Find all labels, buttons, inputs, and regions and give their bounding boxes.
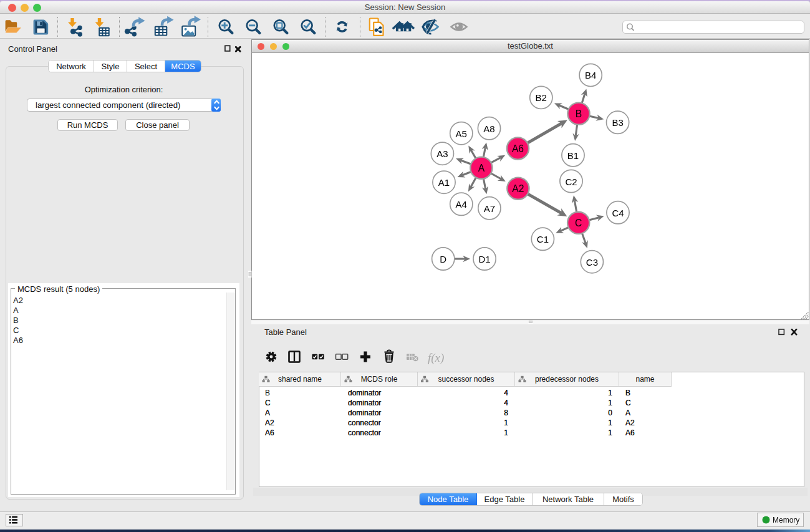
svg-text:C1: C1	[537, 234, 549, 244]
svg-text:C2: C2	[565, 177, 577, 187]
svg-text:D: D	[440, 254, 446, 264]
svg-text:B3: B3	[612, 117, 623, 128]
svg-text:B2: B2	[536, 92, 547, 103]
svg-text:A7: A7	[484, 203, 495, 214]
svg-text:A6: A6	[512, 143, 524, 154]
svg-text:Memory: Memory	[773, 516, 799, 525]
svg-text:A3: A3	[436, 148, 448, 159]
svg-text:C4: C4	[612, 208, 624, 218]
svg-text:A5: A5	[456, 128, 467, 139]
svg-text:B1: B1	[567, 150, 579, 161]
svg-text:C3: C3	[586, 257, 598, 268]
svg-text:C: C	[575, 218, 582, 228]
svg-text:B4: B4	[585, 70, 596, 80]
svg-text:A: A	[478, 163, 485, 173]
svg-text:f(x): f(x)	[428, 351, 444, 365]
svg-text:A2: A2	[512, 183, 524, 194]
svg-text:A8: A8	[483, 123, 494, 134]
svg-text:A1: A1	[438, 177, 450, 188]
svg-text:D1: D1	[479, 254, 491, 264]
svg-text:B: B	[576, 109, 582, 119]
svg-text:A4: A4	[456, 199, 467, 210]
